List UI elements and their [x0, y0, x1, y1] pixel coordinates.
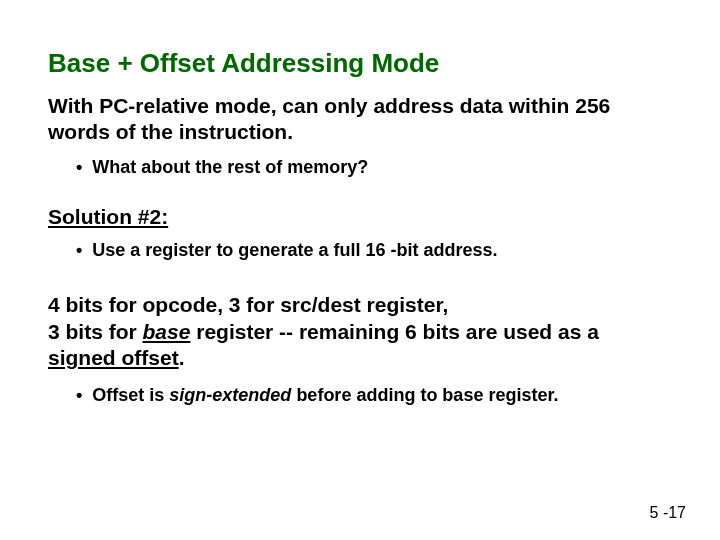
offset-bullet-text: Offset is sign-extended before adding to…: [92, 385, 558, 406]
bullet-list-2: • Use a register to generate a full 16 -…: [76, 239, 672, 262]
intro-paragraph: With PC-relative mode, can only address …: [48, 93, 672, 146]
bullet-icon: •: [76, 156, 82, 179]
bits-line2-pre: 3 bits for: [48, 320, 143, 343]
bullet-text: What about the rest of memory?: [92, 156, 368, 179]
base-italic: base: [143, 320, 191, 343]
offset-post: before adding to base register.: [291, 385, 558, 405]
signed-offset-underline: signed offset: [48, 346, 179, 369]
offset-bullet: • Offset is sign-extended before adding …: [76, 385, 672, 406]
base-underline: base: [143, 320, 191, 343]
page-number: 5 -17: [650, 504, 686, 522]
bullet-icon: •: [76, 239, 82, 262]
bullet-icon: •: [76, 385, 82, 406]
bits-line2-mid: register -- remaining 6 bits are used as…: [190, 320, 599, 343]
slide-title: Base + Offset Addressing Mode: [48, 48, 672, 79]
bits-paragraph: 4 bits for opcode, 3 for src/dest regist…: [48, 292, 672, 371]
bits-period: .: [179, 346, 185, 369]
offset-pre: Offset is: [92, 385, 169, 405]
list-item: • What about the rest of memory?: [76, 156, 672, 179]
bullet-list-1: • What about the rest of memory?: [76, 156, 672, 179]
solution-heading: Solution #2:: [48, 205, 672, 229]
bits-line1: 4 bits for opcode, 3 for src/dest regist…: [48, 293, 448, 316]
bullet-text: Use a register to generate a full 16 -bi…: [92, 239, 497, 262]
list-item: • Use a register to generate a full 16 -…: [76, 239, 672, 262]
offset-em: sign-extended: [169, 385, 291, 405]
